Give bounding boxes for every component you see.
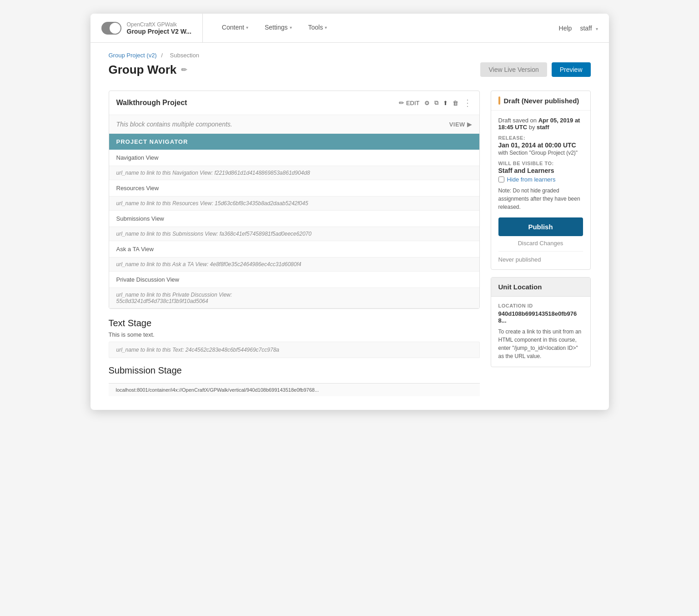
breadcrumb-part2: Subsection [170, 52, 199, 59]
page-header: Group Project (v2) / Subsection Group Wo… [91, 43, 609, 81]
nav-settings[interactable]: Settings ▾ [256, 14, 300, 43]
publish-button[interactable]: Publish [498, 217, 583, 236]
discard-link[interactable]: Discard Changes [498, 240, 583, 247]
draft-date: Draft saved on Apr 05, 2019 at 18:45 UTC… [498, 117, 583, 131]
nav-links: Content ▾ Settings ▾ Tools ▾ [214, 14, 559, 43]
nav-right: Help staff ▾ [559, 25, 598, 32]
logo-bottom-text: Group Project V2 W... [127, 28, 191, 35]
text-stage-url: url_name to link to this Text: 24c4562c2… [109, 342, 480, 358]
view-link[interactable]: VIEW ▶ [449, 121, 472, 128]
main-layout: Walkthrough Project ✏ EDIT ⚙ ⧉ [91, 81, 609, 410]
submission-stage-section: Submission Stage [109, 365, 480, 376]
pencil-icon: ✏ [399, 99, 404, 106]
draft-card-header: Draft (Never published) [491, 91, 590, 111]
more-icon[interactable]: ⋮ [463, 97, 472, 108]
title-actions: View Live Version Preview [480, 62, 590, 77]
help-link[interactable]: Help [559, 25, 572, 32]
location-note: To create a link to this unit from an HT… [498, 328, 583, 360]
draft-card-content: Draft saved on Apr 05, 2019 at 18:45 UTC… [491, 111, 590, 269]
release-date: Jan 01, 2014 at 00:00 UTC [498, 141, 583, 149]
nav-item-private-discussion: Private Discussion View url_name to link… [109, 272, 479, 308]
top-navigation: OpenCraftX GPWalk Group Project V2 W... … [91, 14, 609, 43]
nav-tools[interactable]: Tools ▾ [300, 14, 336, 43]
preview-button[interactable]: Preview [552, 62, 591, 77]
delete-action[interactable]: 🗑 [453, 100, 458, 106]
release-section: with Section "Group Project (v2)" [498, 150, 583, 156]
hide-from-learners-link[interactable]: Hide from learners [507, 176, 556, 183]
content-caret: ▾ [246, 25, 248, 30]
nav-item-resources: Resources View url_name to link to this … [109, 180, 479, 211]
never-published-text: Never published [498, 251, 583, 263]
logo-text: OpenCraftX GPWalk Group Project V2 W... [127, 21, 191, 35]
logo-icon[interactable] [101, 22, 121, 35]
duplicate-action[interactable]: ⧉ [434, 99, 438, 106]
title-row: Group Work ✏ View Live Version Preview [109, 62, 591, 77]
page-title: Group Work ✏ [109, 63, 187, 77]
staff-menu[interactable]: staff ▾ [580, 25, 598, 32]
visible-label: WILL BE VISIBLE TO: [498, 161, 583, 166]
sidebar: Draft (Never published) Draft saved on A… [491, 91, 591, 396]
nav-item-navigation: Navigation View url_name to link to this… [109, 150, 479, 180]
nav-content[interactable]: Content ▾ [214, 14, 256, 43]
view-live-button[interactable]: View Live Version [480, 62, 547, 77]
project-navigator-header: PROJECT NAVIGATOR [109, 134, 479, 150]
block-card: Walkthrough Project ✏ EDIT ⚙ ⧉ [109, 91, 480, 309]
bottom-bar: localhost:8001/container/i4x://OpenCraft… [109, 383, 480, 396]
submission-stage-title: Submission Stage [109, 365, 480, 376]
location-id: 940d108b699143518e0fb9768... [498, 310, 583, 324]
unit-location-card: Unit Location LOCATION ID 940d108b699143… [491, 277, 591, 367]
visible-value: Staff and Learners [498, 167, 583, 174]
export-action[interactable]: ⬆ [443, 100, 448, 106]
block-card-header: Walkthrough Project ✏ EDIT ⚙ ⧉ [109, 91, 479, 115]
tools-caret: ▾ [325, 25, 327, 30]
gear-icon: ⚙ [424, 100, 430, 106]
unit-location-header: Unit Location [491, 278, 590, 297]
trash-icon: 🗑 [453, 100, 458, 106]
settings-caret: ▾ [290, 25, 292, 30]
logo-top-text: OpenCraftX GPWalk [127, 21, 191, 28]
location-id-label: LOCATION ID [498, 303, 583, 308]
content-area: Walkthrough Project ✏ EDIT ⚙ ⧉ [109, 91, 480, 396]
edit-action[interactable]: ✏ EDIT [399, 99, 420, 106]
nav-item-submissions: Submissions View url_name to link to thi… [109, 211, 479, 241]
hide-from-learners-checkbox[interactable] [498, 177, 504, 182]
breadcrumb: Group Project (v2) / Subsection [109, 52, 591, 59]
duplicate-icon: ⧉ [434, 99, 438, 106]
draft-card: Draft (Never published) Draft saved on A… [491, 91, 591, 270]
nav-item-ask-ta: Ask a TA View url_name to link to this A… [109, 241, 479, 272]
text-stage-title: Text Stage [109, 318, 480, 328]
block-actions: ✏ EDIT ⚙ ⧉ ⬆ 🗑 [399, 97, 472, 108]
draft-accent [498, 96, 500, 105]
hide-note: Note: Do not hide graded assignments aft… [498, 187, 583, 211]
hide-checkbox-row: Hide from learners [498, 176, 583, 183]
title-edit-icon[interactable]: ✏ [181, 66, 187, 74]
text-stage-text: This is some text. [109, 331, 480, 338]
unit-location-content: LOCATION ID 940d108b699143518e0fb9768...… [491, 297, 590, 367]
release-label: RELEASE: [498, 135, 583, 141]
export-icon: ⬆ [443, 100, 448, 106]
block-title: Walkthrough Project [116, 99, 187, 107]
logo-area: OpenCraftX GPWalk Group Project V2 W... [101, 14, 203, 43]
text-stage-section: Text Stage This is some text. url_name t… [109, 318, 480, 358]
breadcrumb-part1[interactable]: Group Project (v2) [109, 52, 157, 59]
block-subtitle: This block contains multiple components.… [109, 115, 479, 134]
settings-action[interactable]: ⚙ [424, 100, 430, 106]
